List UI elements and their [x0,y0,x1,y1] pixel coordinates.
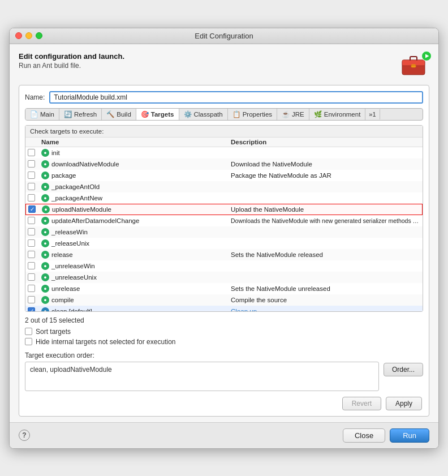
footer-buttons: Close Run [343,428,429,443]
order-button[interactable]: Order... [384,363,423,376]
target-name-init: init [51,149,60,156]
targets-tab-icon: 🎯 [141,110,149,118]
tab-properties[interactable]: 📋 Properties [228,109,277,120]
column-description: Description [231,139,420,145]
tab-environment[interactable]: 🌿 Environment [309,109,366,120]
target-checkbox-release[interactable] [28,251,35,258]
target-icon-release: ● [41,251,49,259]
tab-overflow[interactable]: »1 [365,109,380,119]
window-title: Edit Configuration [195,32,253,40]
target-desc-package: Package the NativeModule as JAR [231,172,420,179]
help-button[interactable]: ? [19,430,30,441]
target-name-relwin: _releaseWin [51,229,88,235]
close-button[interactable]: Close [343,428,385,443]
target-checkbox-package[interactable] [28,171,35,179]
target-checkbox-upload[interactable]: ✓ [28,205,36,213]
tab-main[interactable]: 📄 Main [25,109,59,120]
target-icon-upload: ● [42,205,50,213]
target-checkbox-pkgantnew[interactable] [28,194,35,201]
column-name: Name [41,139,231,145]
run-button[interactable]: Run [390,428,429,443]
target-row-upload: ✓ ● uploadNativeModule Upload the Native… [25,204,423,215]
classpath-tab-icon: ⚙️ [184,110,192,118]
close-button[interactable] [15,32,22,39]
name-label: Name: [25,93,45,101]
target-checkbox-clean[interactable]: ✓ [28,307,35,311]
name-input[interactable] [49,91,423,104]
hide-internal-row: Hide internal targets not selected for e… [25,338,423,346]
targets-columns: Name Description [25,138,423,147]
target-checkbox-pkgantold[interactable] [28,183,35,190]
target-icon-unrelease: ● [41,285,49,293]
header-text: Edit configuration and launch. Run an An… [19,52,124,70]
target-name-clean: clean [default] [51,308,92,311]
tab-bar: 📄 Main 🔄 Refresh 🔨 Build 🎯 Targets ⚙️ [25,108,423,121]
main-window: Edit Configuration Edit configuration an… [9,28,439,449]
target-desc-download: Download the NativeModule [231,161,420,168]
footer: ? Close Run [10,422,438,448]
execution-row: clean, uploadNativeModule Order... [25,362,423,391]
tab-jre[interactable]: ☕ JRE [277,109,309,120]
target-name-pkgantnew: _packageAntNew [51,195,102,201]
jre-tab-icon: ☕ [282,110,290,118]
header-subtitle: Run an Ant build file. [19,62,124,70]
target-icon-update: ● [41,217,49,225]
target-checkbox-init[interactable] [28,149,35,156]
sort-targets-checkbox[interactable] [25,328,32,335]
target-icon-relunix: ● [41,239,49,247]
tab-classpath[interactable]: ⚙️ Classpath [179,109,228,120]
build-tab-icon: 🔨 [106,110,114,118]
target-name-unrelunix: _unreleaseUnix [51,274,97,281]
target-icon-clean: ● [41,307,49,311]
revert-button[interactable]: Revert [342,397,381,410]
execution-order-input[interactable]: clean, uploadNativeModule [25,362,379,391]
play-badge-icon [421,51,432,61]
target-desc-clean: Clean up [231,308,420,311]
maximize-button[interactable] [36,32,42,39]
sort-targets-row: Sort targets [25,328,423,336]
target-icon-unrelunix: ● [41,273,49,281]
target-row-unrelwin: ● _unreleaseWin [25,260,423,272]
tab-targets[interactable]: 🎯 Targets [136,109,179,120]
target-checkbox-unrelunix[interactable] [28,273,35,281]
target-checkbox-compile[interactable] [28,296,35,303]
properties-tab-icon: 📋 [232,110,240,118]
target-desc-release: Sets the NativeModule released [231,251,420,258]
target-checkbox-unrelease[interactable] [28,285,35,292]
target-desc-upload: Upload the NativeModule [231,206,420,213]
target-checkbox-unrelwin[interactable] [28,262,35,269]
traffic-lights [15,32,42,39]
tab-build[interactable]: 🔨 Build [102,109,136,120]
target-name-unrelwin: _unreleaseWin [51,263,95,269]
target-checkbox-relwin[interactable] [28,228,35,235]
hide-internal-checkbox[interactable] [25,338,32,345]
targets-panel: Check targets to execute: Name Descripti… [25,125,423,312]
apply-button[interactable]: Apply [386,397,422,410]
target-row-pkgantold: ● _packageAntOld [25,181,423,192]
target-name-upload: uploadNativeModule [52,206,111,213]
target-row-clean: ✓ ● clean [default] Clean up [25,306,423,311]
target-name-unrelease: unrelease [51,285,80,292]
target-row-update: ● updateAfterDatamodelChange Downloads t… [25,215,423,226]
header-section: Edit configuration and launch. Run an An… [19,52,429,78]
tab-refresh[interactable]: 🔄 Refresh [59,109,102,120]
sort-targets-label: Sort targets [36,328,71,336]
targets-list: ● init ● downloadNativeModule Download t… [25,147,423,311]
target-name-relunix: _releaseUnix [51,240,89,247]
target-checkbox-relunix[interactable] [28,239,35,247]
target-row-release: ● release Sets the NativeModule released [25,249,423,260]
target-name-update: updateAfterDatamodelChange [51,217,139,224]
minimize-button[interactable] [25,32,32,39]
target-row-unrelease: ● unrelease Sets the NativeModule unrele… [25,283,423,294]
target-checkbox-update[interactable] [28,217,35,224]
target-icon-package: ● [41,171,49,179]
main-content: Edit configuration and launch. Run an An… [10,44,438,422]
target-checkbox-download[interactable] [28,160,35,168]
header-title: Edit configuration and launch. [19,52,124,61]
selection-count: 2 out of 15 selected [25,316,423,324]
targets-header: Check targets to execute: [25,126,423,138]
target-name-pkgantold: _packageAntOld [51,183,100,190]
target-desc-unrelease: Sets the NativeModule unreleased [231,285,420,292]
target-row-download: ● downloadNativeModule Download the Nati… [25,158,423,170]
target-icon-download: ● [41,160,49,168]
